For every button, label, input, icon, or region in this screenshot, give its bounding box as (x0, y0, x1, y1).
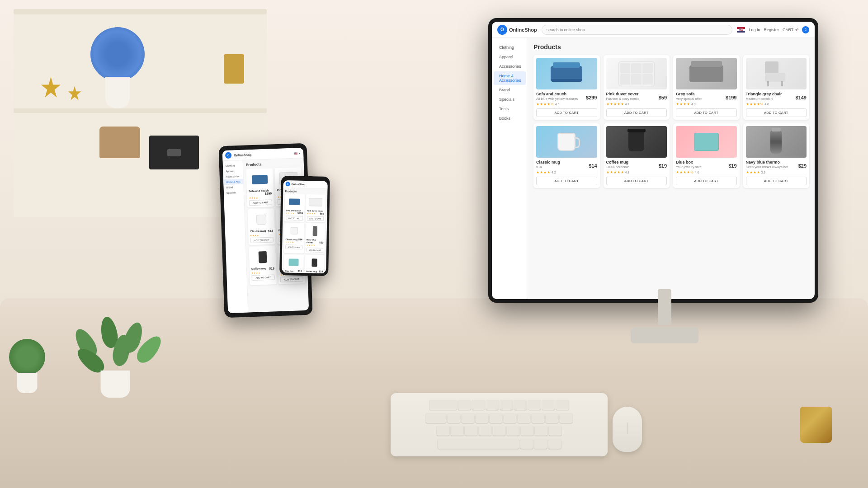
star-2: ★ (610, 170, 613, 174)
ps2: ★ (309, 212, 311, 215)
monitor: O OnlineShop 🇺🇸 Log In Register CART nº … (488, 18, 841, 361)
shelf-top (14, 9, 267, 14)
phone-stars-mug: ★ ★ ★ ★ (285, 241, 302, 244)
ps1: ★ (285, 241, 287, 243)
search-input[interactable] (542, 25, 733, 35)
key (504, 413, 516, 423)
product-price-grey-sofa: $199 (726, 95, 736, 100)
login-link[interactable]: Log In (749, 28, 760, 32)
sidebar-item-specials[interactable]: Specials (494, 95, 526, 104)
star-5: ★ (621, 102, 624, 106)
star-2: ★ (540, 102, 543, 106)
mug-phone-mini (290, 227, 297, 234)
key (426, 413, 446, 423)
product-image-blue-box (676, 126, 737, 158)
keyboard (391, 393, 608, 456)
product-card-duvet: Pink duvet cover Fashion & cozy nordic $… (604, 55, 670, 120)
star-4: ★ (687, 170, 690, 174)
product-desc-coffee-mug: 100% porcelain (606, 165, 667, 169)
product-name-mug: Classic mug (536, 160, 597, 164)
tablet-card-img-mug (249, 210, 273, 229)
tablet-sidebar-specials[interactable]: Specials (224, 190, 244, 196)
sidebar-item-home[interactable]: Home & Accessories (494, 71, 526, 85)
tablet-add-cart-sofa[interactable]: ADD TO CART (249, 199, 272, 206)
ps3: ★ (311, 244, 313, 246)
tablet-card-info-coffee: Coffee mug $19 (251, 267, 274, 271)
plant-pot (101, 371, 130, 398)
key (549, 426, 561, 436)
star-3: ★ (683, 170, 686, 174)
ts1: ★ (249, 197, 250, 199)
ps1: ★ (285, 272, 287, 273)
star-2: ★ (540, 170, 543, 174)
sidebar-item-books[interactable]: Books (494, 114, 526, 123)
register-link[interactable]: Register (764, 28, 779, 32)
sidebar-item-accessories[interactable]: Accessories (494, 62, 526, 71)
product-desc-blue-box: Your jewelry safe (676, 165, 737, 169)
product-card-thermo: Navy blue thermo Keep your drinks always… (743, 123, 810, 188)
phone: O OnlineShop Products Sofa and couch $29… (279, 176, 330, 276)
plant-green (81, 307, 149, 398)
tablet-card-mug: Classic mug $14 ★ ★ ★ ★ ADD TO CART (247, 208, 275, 245)
monitor-stand-base (631, 328, 698, 343)
cart-badge[interactable]: 2 (802, 26, 809, 33)
add-to-cart-sofa-btn[interactable]: ADD TO CART (536, 108, 597, 117)
rating-count: 4.6 (695, 171, 699, 174)
chair-leg (767, 81, 769, 86)
product-image-grey-sofa (676, 58, 737, 89)
phone-add-cart-mug[interactable]: ADD TO CART (285, 244, 302, 249)
add-to-cart-thermo-btn[interactable]: ADD TO CART (746, 177, 807, 185)
tablet-add-cart-coffee[interactable]: ADD TO CART (251, 274, 274, 281)
add-to-cart-mug-btn[interactable]: ADD TO CART (536, 177, 597, 185)
ps2: ★ (288, 212, 290, 214)
ts1: ★ (277, 196, 279, 198)
duvet-cell (642, 74, 653, 84)
tablet-add-cart-thermo[interactable]: ADD TO CART (280, 276, 303, 282)
phone-add-cart-sofa[interactable]: ADD TO CART (286, 216, 303, 221)
add-to-cart-grey-sofa-btn[interactable]: ADD TO CART (676, 108, 737, 117)
tablet-stars-coffee: ★ ★ ★ ★ (251, 271, 274, 274)
star-2: ★ (750, 102, 753, 106)
product-card-grey-sofa: Grey sofa Very special offer $199 ★ ★ ★ … (673, 55, 740, 120)
phone-add-cart-duvet[interactable]: ADD TO CART (307, 216, 324, 221)
monitor-stand-neck (658, 289, 671, 325)
rating-count: 4.6 (555, 103, 560, 106)
key (532, 413, 544, 423)
key (462, 413, 474, 423)
mouse-line (627, 422, 627, 434)
phone-stars-blue-box: ★ ★ ★ ★ (285, 272, 302, 273)
tablet-card-img-sofa (248, 170, 271, 189)
phone-card-blue-box: Blue box $19 ★ ★ ★ ★ ADD TO CART (283, 254, 304, 273)
star-5: ★ (621, 170, 624, 174)
ts2: ★ (251, 197, 253, 199)
add-to-cart-blue-box-btn[interactable]: ADD TO CART (676, 177, 737, 185)
add-to-cart-coffee-mug-btn[interactable]: ADD TO CART (606, 177, 667, 185)
key (465, 426, 477, 436)
key (520, 439, 533, 449)
ts3: ★ (253, 197, 255, 199)
key (476, 413, 488, 423)
sidebar-item-brand[interactable]: Brand (494, 85, 526, 94)
product-price-duvet: $59 (659, 95, 667, 100)
key (472, 400, 485, 410)
duvet-icon (618, 61, 655, 86)
sidebar-item-clothing[interactable]: Clothing (494, 43, 526, 52)
star-1: ★ (606, 170, 609, 174)
key-row-1 (397, 400, 601, 411)
phone-card-price-coffee: $19 (319, 270, 323, 273)
add-to-cart-duvet-btn[interactable]: ADD TO CART (606, 108, 667, 117)
key (493, 426, 505, 436)
ps2: ★ (287, 272, 289, 273)
ps4: ★ (292, 212, 294, 215)
tablet-card-price-mug: $14 (268, 229, 273, 232)
star-3: ★ (613, 102, 617, 106)
star-1: ★ (746, 170, 749, 174)
sidebar-item-tools[interactable]: Tools (494, 104, 526, 113)
sidebar-item-apparel[interactable]: Apparel (494, 52, 526, 61)
tablet-add-cart-mug[interactable]: ADD TO CART (250, 237, 274, 243)
key (534, 439, 547, 449)
phone-add-cart-thermo[interactable]: ADD TO CART (306, 248, 323, 253)
key (458, 400, 471, 410)
add-to-cart-chair-btn[interactable]: ADD TO CART (746, 108, 807, 117)
phone-card-name-coffee: Coffee mug (306, 270, 317, 272)
